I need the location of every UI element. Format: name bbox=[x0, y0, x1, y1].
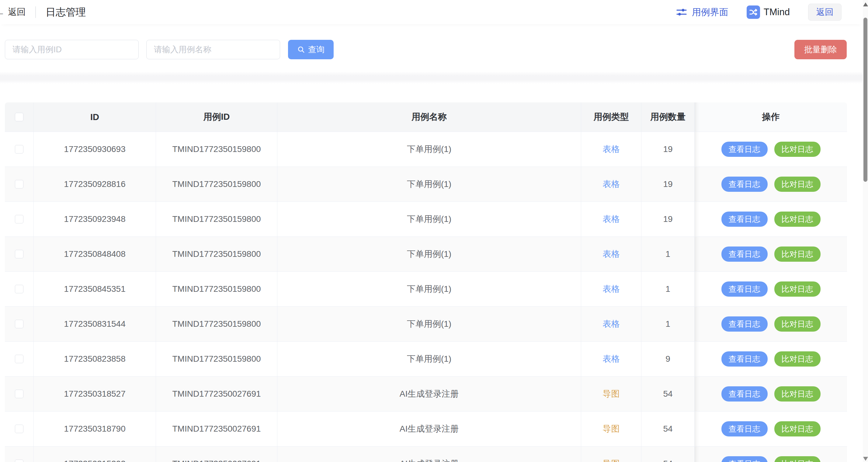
tmind-label[interactable]: TMind bbox=[764, 7, 790, 18]
cell-case-id: TMIND1772350159800 bbox=[156, 307, 277, 341]
view-log-button[interactable]: 查看日志 bbox=[721, 176, 768, 192]
row-checkbox[interactable] bbox=[15, 215, 23, 223]
compare-log-button[interactable]: 比对日志 bbox=[774, 142, 820, 157]
cell-case-id: TMIND1772350159800 bbox=[156, 202, 277, 236]
case-type-link[interactable]: 表格 bbox=[603, 178, 620, 190]
cell-case-id: TMIND1772350159800 bbox=[156, 132, 277, 167]
table-row: 1772350318790 TMIND1772350027691 AI生成登录注… bbox=[5, 411, 847, 446]
compare-log-button[interactable]: 比对日志 bbox=[774, 211, 820, 227]
view-log-button[interactable]: 查看日志 bbox=[721, 386, 768, 401]
case-type-link[interactable]: 导图 bbox=[603, 423, 620, 435]
cell-case-name: AI生成登录注册 bbox=[277, 447, 581, 462]
table-row: 1772350923948 TMIND1772350159800 下单用例(1)… bbox=[5, 201, 847, 236]
usecase-ui-label[interactable]: 用例界面 bbox=[692, 6, 728, 19]
case-type-link[interactable]: 导图 bbox=[603, 458, 620, 462]
case-name-input[interactable] bbox=[146, 40, 280, 59]
compare-log-button[interactable]: 比对日志 bbox=[774, 421, 820, 436]
shuffle-icon bbox=[747, 5, 760, 19]
view-log-button[interactable]: 查看日志 bbox=[721, 142, 768, 157]
cell-case-count: 19 bbox=[642, 167, 695, 201]
case-type-link[interactable]: 导图 bbox=[603, 388, 620, 400]
search-icon bbox=[297, 45, 305, 54]
cell-case-count: 1 bbox=[642, 272, 695, 306]
batch-delete-button[interactable]: 批量删除 bbox=[795, 40, 847, 59]
usecase-ui-link[interactable]: 用例界面 bbox=[676, 6, 728, 19]
view-log-button[interactable]: 查看日志 bbox=[721, 282, 768, 297]
row-checkbox[interactable] bbox=[15, 145, 23, 154]
compare-log-button[interactable]: 比对日志 bbox=[774, 456, 820, 462]
row-checkbox[interactable] bbox=[15, 390, 23, 398]
case-type-link[interactable]: 表格 bbox=[603, 353, 620, 365]
cell-case-count: 19 bbox=[642, 202, 695, 236]
row-checkbox[interactable] bbox=[15, 320, 23, 328]
table-header-row: ID 用例ID 用例名称 用例类型 用例数量 操作 bbox=[5, 102, 847, 132]
cell-case-id: TMIND1772350027691 bbox=[156, 376, 277, 411]
case-type-link[interactable]: 表格 bbox=[603, 213, 620, 225]
cell-case-name: 下单用例(1) bbox=[277, 272, 581, 306]
case-type-link[interactable]: 表格 bbox=[603, 248, 620, 260]
case-id-input[interactable] bbox=[5, 40, 139, 59]
vertical-scrollbar[interactable] bbox=[863, 0, 868, 462]
return-button[interactable]: 返回 bbox=[808, 4, 841, 21]
view-log-button[interactable]: 查看日志 bbox=[721, 421, 768, 436]
cell-id: 1772350318527 bbox=[34, 376, 156, 411]
cell-id: 1772350831544 bbox=[34, 307, 156, 341]
row-checkbox[interactable] bbox=[15, 425, 23, 433]
cell-case-name: 下单用例(1) bbox=[277, 237, 581, 271]
cell-case-count: 1 bbox=[642, 307, 695, 341]
case-type-link[interactable]: 表格 bbox=[603, 283, 620, 295]
table-row: 1772350315202 TMIND1772350027691 AI生成登录注… bbox=[5, 446, 847, 462]
row-checkbox[interactable] bbox=[15, 250, 23, 258]
scrollbar-thumb[interactable] bbox=[863, 18, 867, 182]
table-row: 1772350318527 TMIND1772350027691 AI生成登录注… bbox=[5, 376, 847, 411]
row-checkbox[interactable] bbox=[15, 285, 23, 293]
select-all-checkbox[interactable] bbox=[15, 113, 23, 121]
compare-log-button[interactable]: 比对日志 bbox=[774, 386, 820, 401]
cell-case-count: 1 bbox=[642, 237, 695, 271]
scroll-up-arrow-icon[interactable] bbox=[863, 2, 868, 6]
table-row: 1772350928816 TMIND1772350159800 下单用例(1)… bbox=[5, 167, 847, 201]
column-header-id: ID bbox=[34, 102, 156, 132]
back-nav[interactable]: ← 返回 日志管理 bbox=[0, 0, 86, 24]
compare-log-button[interactable]: 比对日志 bbox=[774, 282, 820, 297]
column-header-case-count: 用例数量 bbox=[642, 102, 695, 132]
tmind-brand[interactable]: TMind bbox=[747, 5, 790, 19]
column-header-case-id: 用例ID bbox=[156, 102, 277, 132]
view-log-button[interactable]: 查看日志 bbox=[721, 211, 768, 227]
cell-case-count: 54 bbox=[642, 447, 695, 462]
compare-log-button[interactable]: 比对日志 bbox=[774, 246, 820, 262]
query-button[interactable]: 查询 bbox=[288, 40, 334, 59]
view-log-button[interactable]: 查看日志 bbox=[721, 317, 768, 332]
cell-case-id: TMIND1772350159800 bbox=[156, 342, 277, 376]
cell-id: 1772350930693 bbox=[34, 132, 156, 167]
back-arrow-icon[interactable]: ← bbox=[0, 7, 5, 18]
table-row: 1772350845351 TMIND1772350159800 下单用例(1)… bbox=[5, 271, 847, 306]
compare-log-button[interactable]: 比对日志 bbox=[774, 176, 820, 192]
row-checkbox[interactable] bbox=[15, 355, 23, 363]
case-type-link[interactable]: 表格 bbox=[603, 318, 620, 330]
view-log-button[interactable]: 查看日志 bbox=[721, 456, 768, 462]
table-row: 1772350848408 TMIND1772350159800 下单用例(1)… bbox=[5, 236, 847, 271]
cell-id: 1772350315202 bbox=[34, 447, 156, 462]
row-checkbox[interactable] bbox=[15, 180, 23, 189]
back-label[interactable]: 返回 bbox=[8, 6, 26, 18]
cell-case-count: 9 bbox=[642, 342, 695, 376]
view-log-button[interactable]: 查看日志 bbox=[721, 246, 768, 262]
case-type-link[interactable]: 表格 bbox=[603, 143, 620, 155]
cell-id: 1772350845351 bbox=[34, 272, 156, 306]
row-checkbox[interactable] bbox=[15, 460, 23, 462]
cell-case-id: TMIND1772350027691 bbox=[156, 411, 277, 446]
cell-case-count: 54 bbox=[642, 411, 695, 446]
view-log-button[interactable]: 查看日志 bbox=[721, 351, 768, 367]
column-header-actions: 操作 bbox=[695, 102, 847, 132]
compare-log-button[interactable]: 比对日志 bbox=[774, 351, 820, 367]
compare-log-button[interactable]: 比对日志 bbox=[774, 317, 820, 332]
cell-case-name: AI生成登录注册 bbox=[277, 411, 581, 446]
title-divider bbox=[35, 6, 36, 18]
cell-case-name: 下单用例(1) bbox=[277, 202, 581, 236]
section-separator bbox=[0, 71, 863, 84]
cell-case-id: TMIND1772350159800 bbox=[156, 167, 277, 201]
table-row: 1772350823858 TMIND1772350159800 下单用例(1)… bbox=[5, 341, 847, 376]
cell-id: 1772350848408 bbox=[34, 237, 156, 271]
scroll-down-arrow-icon[interactable] bbox=[863, 457, 868, 461]
